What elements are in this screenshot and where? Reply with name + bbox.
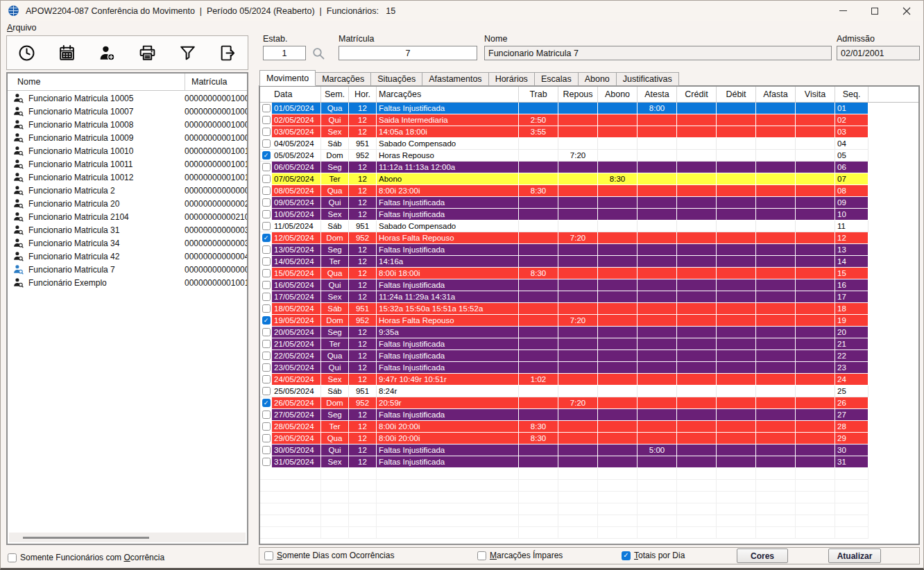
movement-row[interactable]: 03/05/2024Sex1214:05a 18:00i3:5503 [260,126,918,138]
movement-row[interactable]: 29/05/2024Qua128:00i 20:00i8:3029 [260,433,918,444]
nome-field[interactable]: Funcionario Matricula 7 [484,46,832,60]
somente-funcionarios-checkbox-group[interactable]: Somente Funcionários com Ocorrência [8,553,164,562]
column-header[interactable]: Débit [717,87,756,102]
row-checkbox[interactable] [262,210,271,218]
movement-row[interactable]: 06/05/2024Seg1211:12a 11:13a 12:00a06 [260,162,918,173]
column-header[interactable]: Seq. [835,87,869,102]
tab-horarios[interactable]: Horários [488,72,535,86]
row-checkbox[interactable] [262,198,271,207]
row-checkbox[interactable] [262,163,271,171]
movement-row[interactable]: 01/05/2024Qua12Faltas Injustificada8:000… [260,103,918,114]
movement-row[interactable]: 02/05/2024Qui12Saida Intermediaria2:5002 [260,114,918,126]
tab-movimento[interactable]: Movimento [259,70,316,86]
print-button[interactable] [135,40,160,65]
movement-row[interactable]: 13/05/2024Seg12Faltas Injustificada13 [260,244,918,256]
tab-abono[interactable]: Abono [578,72,617,86]
column-header[interactable]: Hor. [349,87,377,102]
list-item[interactable]: Funcionario Matricula 100070000000000100… [8,105,247,118]
row-checkbox[interactable] [262,257,271,266]
column-header[interactable]: Visita [796,87,835,102]
movement-row[interactable]: 11/05/2024Sáb951Sabado Compensado11 [260,221,918,232]
movement-row[interactable]: 08/05/2024Qua128:00i 23:00i8:3008 [260,185,918,197]
row-checkbox[interactable] [262,422,271,431]
row-checkbox[interactable] [262,116,271,124]
list-item[interactable]: Funcionario Matricula 4200000000000004 [8,250,247,263]
column-header[interactable]: Sem. [321,87,349,102]
row-checkbox[interactable] [262,411,271,419]
column-header[interactable]: Marcações [377,87,519,102]
movement-row[interactable]: 15/05/2024Qua128:00i 18:00i8:3015 [260,268,918,279]
movement-row[interactable]: 23/05/2024Qui12Faltas Injustificada23 [260,362,918,374]
maximize-button[interactable] [859,1,891,21]
movement-row[interactable]: 28/05/2024Ter128:00i 20:00i8:3028 [260,421,918,433]
close-button[interactable] [891,1,923,21]
row-checkbox[interactable] [262,151,271,159]
row-checkbox[interactable] [262,316,271,325]
row-checkbox[interactable] [262,139,271,148]
movement-row[interactable]: 04/05/2024Sáb951Sabado Compensado04 [260,138,918,150]
column-header[interactable]: Repous [558,87,598,102]
row-checkbox[interactable] [262,375,271,383]
menu-arquivo[interactable]: Arquivo [1,23,42,33]
movement-row[interactable]: 19/05/2024Dom952Horas Falta Repouso7:201… [260,315,918,327]
movement-row[interactable]: 26/05/2024Dom95220:59r7:2026 [260,397,918,409]
horizontal-scrollbar[interactable] [9,533,246,542]
movement-row[interactable]: 25/05/2024Sáb9518:24r25 [260,386,918,397]
column-header[interactable]: Afasta [756,87,796,102]
column-header[interactable]: Data [272,87,321,102]
filter-button[interactable] [175,40,200,65]
list-item[interactable]: Funcionario Matricula 100120000000000100… [8,171,247,184]
calendar-button[interactable] [55,40,80,65]
column-header-matricula[interactable]: Matrícula [185,74,247,90]
movement-row[interactable]: 17/05/2024Sex1211:24a 11:29a 14:31a17 [260,291,918,303]
list-item[interactable]: Funcionario Matricula 100050000000000100… [8,92,247,105]
scrollbar-thumb[interactable] [23,537,149,539]
movement-row[interactable]: 18/05/2024Sáb95115:32a 15:50a 15:51a 15:… [260,303,918,315]
row-checkbox[interactable] [262,363,271,372]
movement-row[interactable]: 10/05/2024Sex12Faltas Injustificada10 [260,209,918,221]
list-item[interactable]: Funcionario Matricula 2000000000000002 [8,197,247,210]
movement-row[interactable]: 24/05/2024Sex129:47r 10:49r 10:51r1:0224 [260,374,918,386]
row-checkbox[interactable] [262,458,271,466]
row-checkbox[interactable] [262,304,271,313]
list-item[interactable]: Funcionario Matricula 210400000000000210 [8,210,247,223]
tab-justificativas[interactable]: Justificativas [616,72,679,86]
row-checkbox[interactable] [262,281,271,289]
estab-field[interactable]: 1 [263,46,306,60]
row-checkbox[interactable] [262,175,271,183]
marcacoes-impares-checkbox[interactable] [477,551,486,560]
add-employee-button[interactable] [95,40,120,65]
list-item[interactable]: Funcionário Exemplo00000000001001 [8,276,247,289]
movement-row[interactable]: 21/05/2024Ter12Faltas Injustificada21 [260,338,918,350]
movement-row[interactable]: 05/05/2024Dom952Horas Repouso7:2005 [260,150,918,162]
column-header[interactable]: Trab [519,87,558,102]
row-checkbox[interactable] [262,104,271,112]
row-checkbox[interactable] [262,434,271,442]
row-checkbox[interactable] [262,399,271,407]
list-item[interactable]: Funcionario Matricula 3100000000000003 [8,223,247,236]
row-checkbox[interactable] [262,222,271,230]
admissao-field[interactable]: 02/01/2001 [837,46,920,60]
totais-por-dia-checkbox[interactable] [622,551,631,560]
movement-row[interactable]: 31/05/2024Sex12Faltas Injustificada31 [260,456,918,468]
list-item[interactable]: Funcionario Matricula 700000000000000 [8,263,247,276]
atualizar-button[interactable]: Atualizar [828,549,881,563]
matricula-field[interactable]: 7 [339,46,477,60]
tab-escalas[interactable]: Escalas [534,72,579,86]
row-checkbox[interactable] [262,340,271,348]
marcacoes-impares-checkbox-group[interactable]: Marcações Ímpares [477,551,563,560]
row-checkbox[interactable] [262,328,271,336]
row-checkbox[interactable] [262,446,271,454]
movement-row[interactable]: 30/05/2024Qui12Faltas Injustificada5:003… [260,444,918,456]
movement-row[interactable]: 20/05/2024Seg129:35a20 [260,327,918,338]
movement-row[interactable]: 14/05/2024Ter1214:16a14 [260,256,918,268]
column-header[interactable]: Abono [598,87,638,102]
movement-row[interactable]: 16/05/2024Qui12Faltas Injustificada16 [260,279,918,291]
exit-button[interactable] [215,40,240,65]
row-checkbox[interactable] [262,187,271,195]
row-checkbox[interactable] [262,387,271,395]
column-header[interactable]: Crédit [677,87,717,102]
tab-marcacoes[interactable]: Marcações [315,72,371,86]
tab-afastamentos[interactable]: Afastamentos [422,72,488,86]
list-item[interactable]: Funcionario Matricula 100110000000000100… [8,157,247,171]
